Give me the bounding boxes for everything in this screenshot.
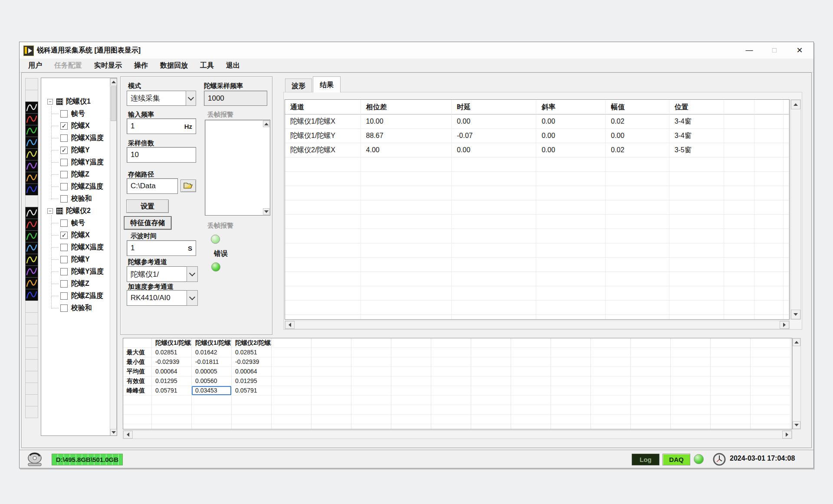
stats-cell[interactable]	[711, 376, 751, 386]
stats-cell[interactable]	[751, 386, 790, 396]
stats-cell[interactable]	[152, 415, 192, 424]
stats-cell[interactable]	[671, 386, 711, 396]
waveform-icon[interactable]	[25, 137, 38, 149]
settings-button[interactable]: 设置	[126, 200, 169, 213]
tree-item[interactable]: 陀螺Z温度	[44, 290, 112, 302]
stats-cell[interactable]	[751, 424, 790, 429]
feature-value-store-button[interactable]: 特征值存储	[124, 216, 171, 229]
stats-cell[interactable]	[391, 396, 431, 405]
stats-cell[interactable]	[631, 357, 671, 367]
stats-cell[interactable]	[351, 405, 391, 415]
stats-cell[interactable]	[511, 424, 551, 429]
stats-cell[interactable]	[192, 405, 232, 415]
stats-cell[interactable]	[551, 376, 591, 386]
stats-cell[interactable]	[391, 386, 431, 396]
stats-cell[interactable]	[631, 376, 671, 386]
waveform-icon[interactable]	[25, 183, 38, 196]
gyro-sample-rate-field[interactable]	[208, 94, 263, 103]
tab-result[interactable]: 结果	[313, 76, 341, 92]
stats-cell[interactable]	[711, 424, 751, 429]
accel-ref-select-arrow[interactable]	[187, 290, 198, 306]
stats-cell[interactable]	[511, 405, 551, 415]
stats-cell[interactable]: 0.01295	[152, 376, 192, 386]
stats-cell[interactable]	[671, 357, 711, 367]
stats-cell[interactable]	[471, 376, 511, 386]
stats-cell[interactable]	[591, 367, 631, 376]
stats-cell[interactable]	[751, 376, 790, 386]
collapse-expander-icon[interactable]: −	[47, 99, 53, 105]
scroll-down-icon[interactable]	[110, 429, 117, 436]
tree-item[interactable]: 陀螺Y	[44, 253, 112, 265]
waveform-icon[interactable]	[25, 101, 38, 114]
stats-cell[interactable]	[511, 376, 551, 386]
stats-cell[interactable]	[591, 357, 631, 367]
stats-cell[interactable]	[711, 415, 751, 424]
stats-row-label[interactable]: 峰峰值	[123, 386, 152, 396]
stats-cell[interactable]	[351, 348, 391, 357]
waveform-icon[interactable]	[25, 160, 38, 172]
stats-cell[interactable]	[232, 415, 272, 424]
stats-cell[interactable]	[192, 396, 232, 405]
menu-item-6[interactable]: 工具	[194, 59, 220, 72]
stats-cell[interactable]	[631, 396, 671, 405]
stats-cell[interactable]	[631, 367, 671, 376]
stats-cell[interactable]: 0.01642	[192, 348, 232, 357]
stats-cell[interactable]	[391, 405, 431, 415]
stats-cell[interactable]: -0.01811	[192, 357, 232, 367]
stats-cell[interactable]: -0.02939	[152, 357, 192, 367]
tree-item[interactable]: ✓陀螺Y	[44, 144, 112, 156]
drop-frame-alarm-listbox[interactable]	[205, 120, 270, 216]
checkbox[interactable]: ✓	[60, 232, 68, 239]
stats-cell[interactable]	[272, 405, 312, 415]
stats-cell[interactable]	[551, 415, 591, 424]
scroll-down-icon[interactable]	[791, 310, 800, 319]
stats-cell[interactable]: 0.02851	[152, 348, 192, 357]
menu-item-1[interactable]: 用户	[22, 59, 48, 72]
stats-cell[interactable]	[751, 415, 790, 424]
tree-item[interactable]: ✓陀螺X	[44, 120, 112, 132]
waveform-icon[interactable]	[25, 242, 38, 254]
results-hscrollbar[interactable]	[285, 321, 790, 329]
stats-cell[interactable]	[631, 405, 671, 415]
checkbox[interactable]	[60, 183, 68, 190]
stats-cell[interactable]	[431, 415, 471, 424]
stats-cell[interactable]	[631, 348, 671, 357]
tree-item[interactable]: 帧号	[44, 108, 112, 120]
stats-cell[interactable]	[471, 415, 511, 424]
stats-cell[interactable]	[391, 424, 431, 429]
stats-cell[interactable]	[551, 367, 591, 376]
menu-item-5[interactable]: 数据回放	[154, 59, 194, 72]
stats-cell[interactable]	[551, 405, 591, 415]
stats-cell[interactable]	[551, 348, 591, 357]
stats-cell[interactable]	[272, 415, 312, 424]
stats-cell[interactable]	[152, 396, 192, 405]
checkbox[interactable]	[60, 195, 68, 203]
scroll-right-icon[interactable]	[780, 321, 789, 329]
stats-cell[interactable]: 0.00005	[192, 367, 232, 376]
stats-row-label[interactable]	[123, 396, 152, 405]
daq-indicator[interactable]: DAQ	[662, 454, 690, 465]
maximize-button[interactable]: □	[762, 42, 787, 59]
stats-cell[interactable]	[431, 405, 471, 415]
stats-cell[interactable]	[711, 357, 751, 367]
scrollbar-thumb[interactable]	[111, 86, 116, 121]
mode-select[interactable]: 连续采集	[127, 91, 186, 106]
storage-path-field[interactable]	[131, 182, 174, 190]
checkbox[interactable]	[60, 304, 68, 312]
log-indicator[interactable]: Log	[632, 454, 659, 465]
stats-row-label[interactable]	[123, 424, 152, 429]
stats-cell[interactable]	[312, 396, 351, 405]
waveform-icon[interactable]	[25, 113, 38, 125]
checkbox[interactable]	[60, 219, 68, 227]
checkbox[interactable]: ✓	[60, 147, 68, 154]
stats-cell[interactable]	[471, 424, 511, 429]
checkbox[interactable]	[60, 244, 68, 251]
stats-cell[interactable]	[391, 367, 431, 376]
stats-cell[interactable]	[671, 348, 711, 357]
checkbox[interactable]	[60, 268, 68, 275]
stats-cell[interactable]	[511, 348, 551, 357]
stats-cell[interactable]	[192, 415, 232, 424]
waveform-icon[interactable]	[25, 265, 38, 278]
stats-cell[interactable]	[511, 357, 551, 367]
stats-cell[interactable]	[631, 424, 671, 429]
